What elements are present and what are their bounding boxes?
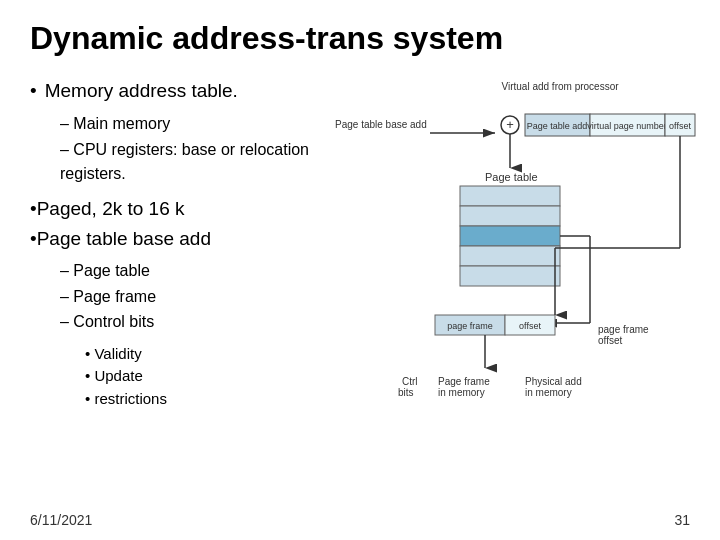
slide-title: Dynamic address-trans system [30,20,690,57]
svg-rect-12 [460,226,560,246]
svg-text:offset: offset [598,335,622,346]
svg-rect-11 [460,206,560,226]
bullet-dot-2: • [30,198,37,220]
page-number: 31 [674,512,690,528]
bullet-1: • Memory address table. [30,80,340,102]
svg-text:Ctrl: Ctrl [402,376,418,387]
sub-bullet-3-2: – Page frame [60,284,340,310]
svg-rect-13 [460,246,560,266]
footer-date: 6/11/2021 [30,512,92,528]
svg-rect-20 [435,315,505,335]
svg-text:in memory: in memory [525,387,572,398]
svg-text:offset: offset [519,321,541,331]
svg-rect-35 [665,114,695,136]
slide: Dynamic address-trans system • Memory ad… [0,0,720,540]
bullet-3-text: Page table base add [37,228,211,250]
svg-text:Page table add: Page table add [527,121,588,131]
bullet-1-text: Memory address table. [45,80,238,102]
svg-rect-10 [460,186,560,206]
sub-sub-bullets-3: • Validity • Update • restrictions [85,343,340,411]
svg-text:bits: bits [398,387,414,398]
sub-bullet-3-3: – Control bits [60,309,340,335]
svg-text:page frame: page frame [447,321,493,331]
sub-bullet-3-1: – Page table [60,258,340,284]
sub-sub-bullet-1: • Validity [85,343,340,366]
svg-rect-31 [525,114,590,136]
svg-text:Physical add: Physical add [525,376,582,387]
bullet-3: • Page table base add [30,228,340,250]
svg-text:+: + [506,117,514,132]
sub-bullet-1-1: – Main memory [60,112,340,136]
bullet-2: • Paged, 2k to 16 k [30,198,340,220]
svg-text:Page table base add: Page table base add [335,119,427,130]
bullet-2-text: Paged, 2k to 16 k [37,198,185,220]
svg-text:page frame: page frame [598,324,649,335]
sub-sub-bullet-3: • restrictions [85,388,340,411]
svg-rect-14 [460,266,560,286]
svg-text:Virtual add from processor: Virtual add from processor [501,81,619,92]
sub-bullets-3: – Page table – Page frame – Control bits [60,258,340,335]
svg-text:virtual page number: virtual page number [587,121,667,131]
svg-text:in memory: in memory [438,387,485,398]
svg-rect-22 [505,315,555,335]
sub-sub-bullet-2: • Update [85,365,340,388]
svg-rect-33 [590,114,665,136]
bullet-dot-3: • [30,228,37,250]
content-left: • Memory address table. – Main memory – … [30,80,340,410]
svg-point-6 [501,116,519,134]
svg-text:offset: offset [669,121,691,131]
svg-text:Page table: Page table [485,171,538,183]
diagram: Virtual add from processor Page table ba… [330,78,700,468]
bullet-dot-1: • [30,80,37,102]
sub-bullets-1: – Main memory – CPU registers: base or r… [60,112,340,186]
svg-text:Page frame: Page frame [438,376,490,387]
sub-bullet-1-2: – CPU registers: base or relocation regi… [60,138,340,186]
